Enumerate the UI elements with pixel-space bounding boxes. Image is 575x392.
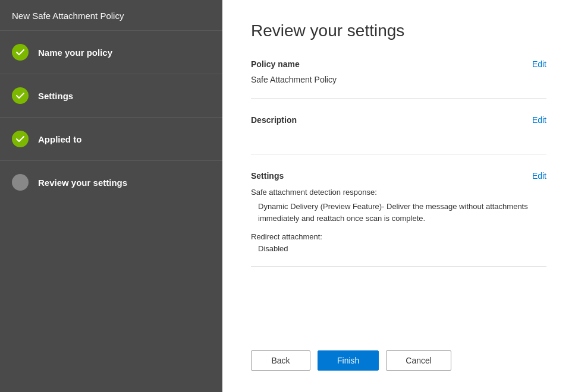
sidebar-item-label-name-policy: Name your policy: [38, 48, 112, 58]
detection-label: Safe attachment detection response:: [251, 186, 546, 198]
section-description: Description Edit: [251, 115, 546, 154]
sidebar-item-applied-to[interactable]: Applied to: [0, 118, 222, 161]
step-icon-settings: [12, 87, 29, 104]
sidebar-item-label-applied-to: Applied to: [38, 134, 81, 144]
sidebar: New Safe Attachment Policy Name your pol…: [0, 0, 222, 392]
sidebar-title: New Safe Attachment Policy: [0, 0, 222, 31]
main-content: Review your settings Policy name Edit Sa…: [222, 0, 575, 392]
description-value: [251, 129, 546, 142]
detection-value: Dynamic Delivery (Preview Feature)- Deli…: [251, 201, 546, 226]
sidebar-item-label-review-settings: Review your settings: [38, 178, 127, 188]
edit-settings-button[interactable]: Edit: [532, 171, 546, 181]
button-row: Back Finish Cancel: [251, 339, 546, 371]
section-settings-header: Settings Edit: [251, 171, 546, 181]
back-button[interactable]: Back: [251, 350, 310, 371]
section-settings: Settings Edit Safe attachment detection …: [251, 171, 546, 267]
section-settings-label: Settings: [251, 171, 284, 181]
sidebar-item-label-settings: Settings: [38, 91, 73, 101]
section-policy-name: Policy name Edit Safe Attachment Policy: [251, 59, 546, 99]
redirect-value: Disabled: [251, 243, 546, 255]
finish-button[interactable]: Finish: [318, 350, 379, 371]
edit-description-button[interactable]: Edit: [532, 115, 546, 125]
edit-policy-name-button[interactable]: Edit: [532, 59, 546, 69]
sidebar-item-settings[interactable]: Settings: [0, 74, 222, 118]
step-icon-applied-to: [12, 131, 29, 147]
redirect-label: Redirect attachment:: [251, 231, 546, 243]
cancel-button[interactable]: Cancel: [386, 350, 451, 371]
sidebar-item-name-policy[interactable]: Name your policy: [0, 31, 222, 74]
svg-point-0: [17, 179, 24, 186]
page-title: Review your settings: [251, 21, 546, 40]
step-icon-name-policy: [12, 44, 29, 61]
policy-name-value: Safe Attachment Policy: [251, 74, 546, 86]
sidebar-item-review-settings[interactable]: Review your settings: [0, 161, 222, 204]
section-description-header: Description Edit: [251, 115, 546, 125]
section-policy-name-label: Policy name: [251, 59, 300, 69]
section-description-label: Description: [251, 115, 297, 125]
section-policy-name-header: Policy name Edit: [251, 59, 546, 69]
step-icon-review-settings: [12, 174, 29, 191]
